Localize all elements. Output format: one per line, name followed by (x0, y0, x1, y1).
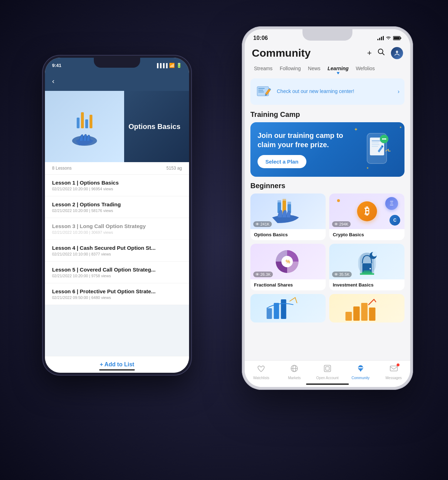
options-basics-views: 👁 241K (253, 221, 272, 227)
svg-rect-24 (287, 202, 291, 205)
candle-1 (77, 118, 80, 128)
lessons-list: Lesson 1 | Options Basics 02/21/2022 10:… (45, 175, 189, 305)
lessons-meta: 8 Lessons 5153 ag (45, 162, 189, 175)
back-arrow-icon[interactable]: ‹ (52, 77, 55, 85)
select-plan-button[interactable]: Select a Plan (258, 155, 306, 168)
lesson-meta-4: 02/21/2022 10:10:00 | 8377 views (52, 252, 182, 256)
eye-icon: 👁 (255, 222, 259, 226)
lesson-title-2: Lesson 2 | Options Trading (52, 201, 182, 207)
plus-icon[interactable]: + (367, 48, 372, 58)
banner-icon (255, 83, 273, 100)
tab-streams[interactable]: Streams (250, 63, 276, 74)
nav-item-open-account[interactable]: Open Account (315, 364, 340, 380)
svg-rect-3 (400, 37, 401, 39)
svg-point-49 (360, 367, 361, 368)
wifi-icon: 📶 (169, 63, 175, 68)
lesson-meta-2: 02/21/2022 10:20:00 | 58176 views (52, 208, 182, 213)
lesson-title-1: Lesson 1 | Options Basics (52, 180, 182, 186)
training-camp-card[interactable]: ✦ ★ ● Join our training camp to claim yo… (250, 122, 404, 177)
fractional-img-svg: % (269, 246, 308, 278)
back-phone-header: ‹ (45, 73, 189, 91)
list-item[interactable]: Lesson 3 | Long Call Option Strategy 02/… (45, 218, 189, 240)
add-to-list-button[interactable]: + Add to List (100, 361, 134, 367)
messages-label: Messages (386, 376, 402, 380)
deco-dot-1: ● (399, 125, 402, 129)
usdc-icon: C (390, 215, 400, 226)
back-status-icons: ▐▐▐▐ 📶 🔋 (156, 63, 182, 68)
open-account-label: Open Account (316, 376, 339, 380)
tab-learning[interactable]: Learning (324, 63, 352, 74)
course-card-img-fractional: % 👁 26.3K (250, 244, 326, 279)
svg-rect-6 (258, 88, 265, 89)
nav-item-watchlists[interactable]: Watchlists (249, 364, 274, 380)
course-card-crypto-basics[interactable]: ₿ Ξ C 👁 294K Crypto Basics (329, 193, 404, 240)
options-image-area: Options Basics (45, 91, 189, 162)
list-item[interactable]: Lesson 5 | Covered Call Option Strateg..… (45, 262, 189, 283)
list-item[interactable]: Lesson 1 | Options Basics 02/21/2022 10:… (45, 175, 189, 196)
lesson-title-6: Lesson 6 | Protective Put Option Strate.… (52, 288, 182, 294)
lesson-title-4: Lesson 4 | Cash Secured Put Option St... (52, 245, 182, 251)
lesson-meta-1: 02/21/2022 10:20:00 | 96954 views (52, 187, 182, 191)
course-cards-grid: 👁 241K Options Basics ₿ Ξ C (245, 193, 410, 290)
svg-rect-20 (278, 200, 281, 203)
user-avatar-icon[interactable] (391, 47, 403, 59)
svg-point-35 (372, 252, 377, 257)
markets-label: Markets (288, 376, 301, 380)
nav-item-markets[interactable]: Markets (282, 364, 307, 380)
search-icon[interactable] (377, 48, 385, 58)
svg-rect-2 (394, 37, 400, 39)
list-item[interactable]: Lesson 6 | Protective Put Option Strate.… (45, 283, 189, 305)
svg-text:%: % (286, 259, 290, 264)
partial-card-1[interactable] (250, 294, 326, 322)
svg-rect-51 (390, 366, 397, 371)
header-action-icons: + (367, 47, 403, 59)
front-phone: 10:06 (242, 26, 413, 390)
svg-point-17 (383, 138, 385, 140)
ethereum-icon: Ξ (385, 197, 398, 210)
svg-rect-42 (369, 308, 376, 321)
front-content-area: Check out our new learning center! › Tra… (245, 74, 410, 355)
svg-rect-11 (372, 140, 381, 141)
options-title-area: Options Basics (124, 91, 189, 162)
svg-rect-36 (267, 308, 272, 319)
list-item[interactable]: Lesson 2 | Options Trading 02/21/2022 10… (45, 196, 189, 218)
back-phone-screen: 9:41 ▐▐▐▐ 📶 🔋 ‹ (45, 58, 189, 373)
partial-card-2[interactable] (329, 294, 404, 322)
svg-point-50 (361, 367, 363, 368)
svg-rect-12 (372, 143, 379, 143)
course-card-investment-basics[interactable]: 👁 35.5K Investment Basics (329, 244, 404, 290)
nav-item-community[interactable]: Community (348, 364, 373, 380)
options-basics-img-svg (267, 195, 310, 227)
eye-icon-crypto: 👁 (334, 222, 338, 226)
markets-icon (290, 364, 299, 375)
front-status-time: 10:06 (253, 35, 268, 41)
battery-front-icon (393, 36, 402, 40)
crypto-basics-views: 👁 294K (332, 221, 351, 227)
course-card-fractional-shares[interactable]: % 👁 26.3K Fractional Shares (250, 244, 326, 290)
options-thumbnail (45, 91, 124, 162)
svg-rect-7 (258, 90, 263, 91)
course-card-options-basics[interactable]: 👁 241K Options Basics (250, 193, 326, 240)
signal-bar-2 (379, 38, 380, 40)
svg-point-16 (382, 138, 383, 140)
front-phone-notch (302, 29, 352, 41)
fractional-shares-views: 👁 26.3K (253, 272, 273, 277)
svg-rect-38 (281, 299, 286, 319)
tab-following[interactable]: Following (276, 63, 304, 74)
svg-rect-14 (372, 146, 378, 147)
training-camp-content-left: Join our training camp to claim your fre… (258, 131, 355, 168)
learning-center-banner[interactable]: Check out our new learning center! › (250, 78, 404, 105)
list-item[interactable]: Lesson 4 | Cash Secured Put Option St...… (45, 240, 189, 262)
tab-wefolios[interactable]: Wefolios (352, 63, 378, 74)
course-label-fractional-shares: Fractional Shares (250, 279, 326, 290)
back-home-indicator (99, 369, 135, 371)
nav-item-messages[interactable]: Messages (381, 364, 406, 380)
crypto-deco-dot (337, 199, 340, 202)
svg-rect-32 (362, 272, 372, 273)
course-card-img-investment: 👁 35.5K (329, 244, 404, 279)
tab-news[interactable]: News (304, 63, 324, 74)
signal-bars-icon (377, 36, 384, 40)
candles-illustration (77, 107, 92, 128)
bottom-navigation: Watchlists Markets (245, 360, 410, 387)
nav-tabs-bar: Streams Following News Learning Wefolios (245, 63, 410, 74)
